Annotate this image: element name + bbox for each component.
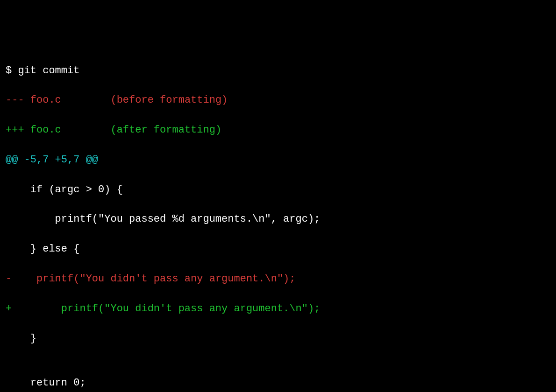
diff-header-plus: +++ foo.c (after formatting) — [6, 123, 550, 138]
diff-plus-note: (after formatting) — [110, 124, 221, 136]
command-line: $ git commit — [6, 63, 550, 78]
diff-removed-line: - printf("You didn't pass any argument.\… — [6, 272, 550, 287]
diff-header-minus: --- foo.c (before formatting) — [6, 93, 550, 108]
diff-context-line: } else { — [6, 242, 550, 257]
prompt-symbol: $ — [6, 65, 12, 77]
diff-added-text: printf("You didn't pass any argument.\n"… — [12, 303, 320, 315]
diff-context-line: printf("You passed %d arguments.\n", arg… — [6, 212, 550, 227]
diff-added-line: + printf("You didn't pass any argument.\… — [6, 301, 550, 316]
diff-plus-file: foo.c — [30, 124, 61, 136]
diff-minus-prefix: --- — [6, 94, 24, 106]
diff-context-line: } — [6, 331, 550, 346]
diff-hunk-header: @@ -5,7 +5,7 @@ — [6, 153, 550, 168]
diff-context-line: if (argc > 0) { — [6, 182, 550, 197]
diff-minus-note: (before formatting) — [110, 94, 228, 106]
diff-context-line: return 0; — [6, 376, 550, 391]
diff-removed-prefix: - — [6, 273, 12, 285]
diff-minus-file: foo.c — [30, 94, 61, 106]
diff-plus-prefix: +++ — [6, 124, 24, 136]
diff-removed-text: printf("You didn't pass any argument.\n"… — [12, 273, 295, 285]
diff-added-prefix: + — [6, 303, 12, 315]
command-text: git commit — [18, 65, 79, 77]
